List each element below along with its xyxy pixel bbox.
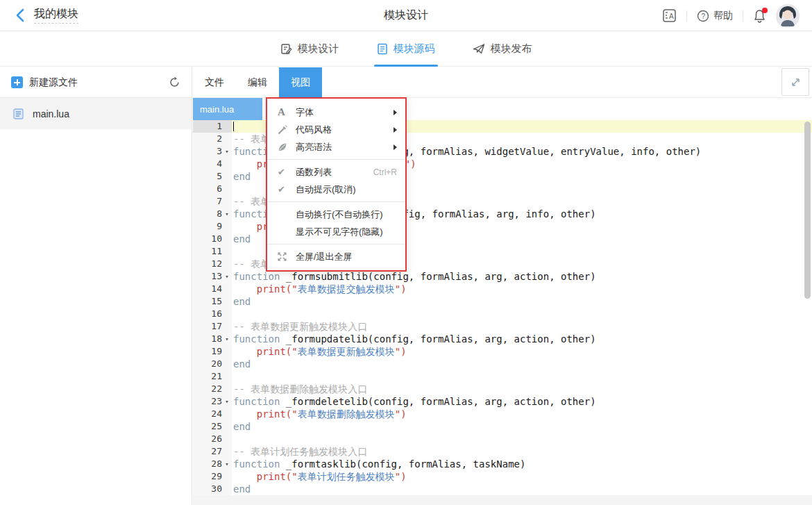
fold-arrow-icon[interactable]: ▾	[222, 333, 232, 345]
editor-tab-main-lua[interactable]: main.lua	[193, 98, 262, 120]
code-line[interactable]: 29 print("表单计划任务触发模块")	[193, 470, 812, 483]
fold-spacer	[222, 183, 232, 195]
line-gutter: 24	[193, 408, 232, 420]
menu-view[interactable]: 视图	[279, 67, 322, 97]
new-file-label: 新建源文件	[29, 76, 78, 89]
code-line[interactable]: 16	[193, 308, 812, 320]
horizontal-scrollbar-track[interactable]	[193, 495, 812, 505]
line-number: 15	[193, 295, 222, 308]
line-gutter: 27	[193, 445, 232, 458]
plus-icon	[11, 76, 23, 88]
code-line[interactable]: 22-- 表单数据删除触发模块入口	[193, 383, 812, 395]
view-menu-item[interactable]: 自动换行(不自动换行)	[267, 206, 405, 223]
help-button[interactable]: ? 帮助	[697, 10, 733, 22]
fold-spacer	[222, 295, 232, 308]
fold-spacer	[222, 258, 232, 270]
code-text: function _formdeletelib(config, formAlia…	[232, 395, 812, 408]
notification-button[interactable]	[753, 9, 766, 23]
code-line[interactable]: 13▾function _formsubmitlib(config, formA…	[193, 270, 812, 283]
line-gutter: 29	[193, 470, 232, 483]
fold-spacer	[222, 483, 232, 495]
tab-module-source[interactable]: 模块源码	[377, 32, 435, 67]
new-source-file-button[interactable]: 新建源文件	[11, 76, 78, 89]
code-line[interactable]: 23▾function _formdeletelib(config, formA…	[193, 395, 812, 408]
menu-divider	[267, 159, 405, 160]
fold-spacer	[222, 408, 232, 420]
view-menu-item[interactable]: 显示不可见字符(隐藏)	[267, 223, 405, 240]
code-text	[232, 308, 812, 320]
menu-item-label: 代码风格	[296, 124, 394, 136]
refresh-button[interactable]	[169, 76, 180, 88]
line-gutter: 16	[193, 308, 232, 320]
code-line[interactable]: 28▾function _formtasklib(config, formAli…	[193, 458, 812, 470]
code-line[interactable]: 30end	[193, 483, 812, 495]
avatar[interactable]	[776, 4, 800, 28]
line-gutter: 19	[193, 345, 232, 358]
code-text: -- 表单数据删除触发模块入口	[232, 383, 812, 395]
header-divider	[743, 10, 743, 22]
code-line[interactable]: 24 print("表单数据删除触发模块")	[193, 408, 812, 420]
sidebar-header: 新建源文件	[0, 67, 192, 98]
line-gutter: 3▾	[193, 145, 232, 158]
view-menu-item[interactable]: 全屏/退出全屏	[267, 248, 405, 265]
fold-spacer	[222, 383, 232, 395]
fold-arrow-icon[interactable]: ▾	[222, 208, 232, 220]
line-number: 28	[193, 458, 222, 470]
view-menu-item[interactable]: 高亮语法	[267, 138, 405, 156]
view-menu-item[interactable]: 代码风格	[267, 121, 405, 138]
menu-item-label: 显示不可见字符(隐藏)	[296, 226, 397, 238]
code-text: end	[232, 358, 812, 370]
line-gutter: 30	[193, 483, 232, 495]
line-gutter: 22	[193, 383, 232, 395]
view-dropdown-menu: A字体代码风格高亮语法✔函数列表Ctrl+R✔自动提示(取消)自动换行(不自动换…	[266, 97, 407, 272]
tab-label: 模块发布	[491, 42, 532, 56]
view-menu-item[interactable]: ✔自动提示(取消)	[267, 181, 405, 198]
code-line[interactable]: 17-- 表单数据更新触发模块入口	[193, 320, 812, 333]
code-line[interactable]: 15end	[193, 295, 812, 308]
code-text: end	[232, 483, 812, 495]
fold-arrow-icon[interactable]: ▾	[222, 270, 232, 283]
code-text: -- 表单数据更新触发模块入口	[232, 320, 812, 333]
line-gutter: 7	[193, 195, 232, 208]
line-gutter: 8▾	[193, 208, 232, 220]
font-icon: A	[278, 106, 296, 118]
view-menu-item[interactable]: A字体	[267, 104, 405, 121]
vertical-scrollbar-thumb[interactable]	[804, 122, 811, 299]
code-text: function _formtasklib(config, formAlias,…	[232, 458, 812, 470]
code-line[interactable]: 19 print("表单数据更新触发模块")	[193, 345, 812, 358]
menu-edit[interactable]: 编辑	[236, 67, 279, 97]
fold-arrow-icon[interactable]: ▾	[222, 145, 232, 158]
code-line[interactable]: 27-- 表单计划任务触发模块入口	[193, 445, 812, 458]
syntax-highlight-icon	[278, 142, 296, 152]
tab-label: 模块设计	[298, 42, 339, 56]
tab-module-publish[interactable]: 模块发布	[473, 32, 532, 67]
tab-module-design[interactable]: 模块设计	[280, 32, 339, 67]
code-line[interactable]: 18▾function _formupdatelib(config, formA…	[193, 333, 812, 345]
file-list-item-main-lua[interactable]: main.lua	[0, 98, 192, 129]
expand-editor-button[interactable]	[781, 68, 809, 96]
line-number: 27	[193, 445, 222, 458]
fold-spacer	[222, 283, 232, 295]
view-menu-item[interactable]: ✔函数列表Ctrl+R	[267, 163, 405, 181]
line-gutter: 18▾	[193, 333, 232, 345]
source-doc-icon	[377, 43, 388, 55]
line-gutter: 14	[193, 283, 232, 295]
code-text: function _formupdatelib(config, formAlia…	[232, 333, 812, 345]
fold-arrow-icon[interactable]: ▾	[222, 395, 232, 408]
line-number: 8	[193, 208, 222, 220]
line-number: 4	[193, 158, 222, 170]
code-line[interactable]: 14 print("表单数据提交触发模块")	[193, 283, 812, 295]
fold-arrow-icon[interactable]: ▾	[222, 458, 232, 470]
submenu-arrow-icon	[394, 127, 397, 133]
line-gutter: 4	[193, 158, 232, 170]
code-line[interactable]: 21	[193, 370, 812, 383]
language-icon[interactable]: A	[662, 8, 677, 23]
line-number: 26	[193, 433, 222, 445]
code-line[interactable]: 25end	[193, 420, 812, 433]
line-number: 17	[193, 320, 222, 333]
code-style-icon	[278, 125, 296, 135]
code-line[interactable]: 26	[193, 433, 812, 445]
lua-file-icon	[12, 108, 24, 120]
code-line[interactable]: 20end	[193, 358, 812, 370]
menu-file[interactable]: 文件	[193, 67, 236, 97]
